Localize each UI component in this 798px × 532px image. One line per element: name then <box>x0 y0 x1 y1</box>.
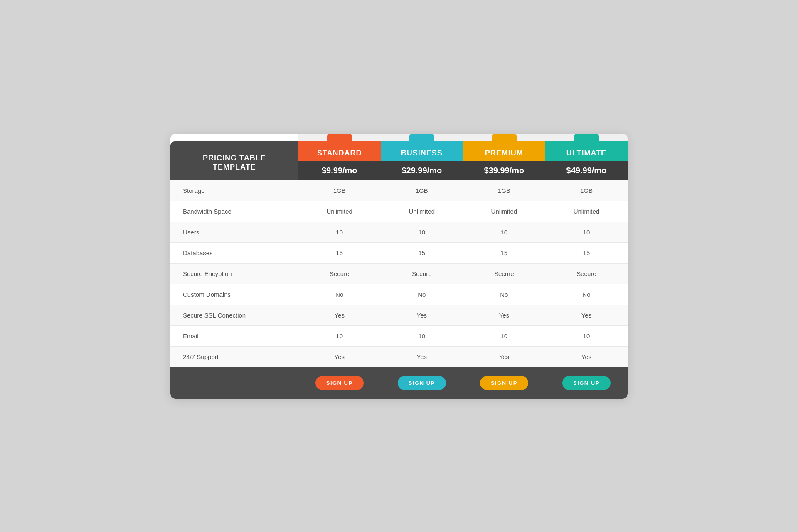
feature-value: 10 <box>545 222 628 242</box>
signup-button-standard[interactable]: SIGN UP <box>315 376 364 390</box>
feature-value: No <box>298 284 381 305</box>
feature-value: No <box>463 284 545 305</box>
feature-label: Users <box>170 222 298 242</box>
feature-value: 10 <box>381 325 463 346</box>
feature-value: Unlimited <box>463 201 545 222</box>
plan-name-ultimate: ULTIMATE <box>545 141 628 161</box>
feature-value: No <box>545 284 628 305</box>
tab-standard-indicator <box>327 134 352 141</box>
header-row: PRICING TABLE TEMPLATE STANDARD BUSINESS… <box>170 141 628 161</box>
feature-value: Yes <box>463 305 545 325</box>
feature-label: Custom Domains <box>170 284 298 305</box>
footer-label-cell <box>170 367 298 399</box>
feature-value: Yes <box>545 346 628 367</box>
feature-value: 10 <box>298 325 381 346</box>
tab-standard-cell <box>298 134 381 141</box>
feature-row: Storage1GB1GB1GB1GB <box>170 180 628 201</box>
feature-value: 1GB <box>545 180 628 201</box>
footer-premium: SIGN UP <box>463 367 545 399</box>
feature-value: 10 <box>545 325 628 346</box>
feature-value: Secure <box>298 263 381 284</box>
feature-value: 10 <box>381 222 463 242</box>
pricing-wrapper: PRICING TABLE TEMPLATE STANDARD BUSINESS… <box>170 134 628 399</box>
tab-ultimate-indicator <box>574 134 599 141</box>
feature-row: Bandwidth SpaceUnlimitedUnlimitedUnlimit… <box>170 201 628 222</box>
tab-label-cell <box>170 134 298 141</box>
feature-row: 24/7 SupportYesYesYesYes <box>170 346 628 367</box>
plan-name-premium: PREMIUM <box>463 141 545 161</box>
feature-value: Yes <box>463 346 545 367</box>
feature-value: Yes <box>545 305 628 325</box>
feature-row: Secure SSL ConectionYesYesYesYes <box>170 305 628 325</box>
signup-button-business[interactable]: SIGN UP <box>398 376 446 390</box>
feature-value: 15 <box>545 242 628 263</box>
feature-value: 1GB <box>298 180 381 201</box>
footer-ultimate: SIGN UP <box>545 367 628 399</box>
feature-value: 10 <box>463 222 545 242</box>
feature-value: Unlimited <box>298 201 381 222</box>
feature-row: Secure EncyptionSecureSecureSecureSecure <box>170 263 628 284</box>
feature-value: 1GB <box>463 180 545 201</box>
feature-value: Secure <box>463 263 545 284</box>
tab-business-cell <box>381 134 463 141</box>
price-standard: $9.99/mo <box>298 161 381 180</box>
feature-value: Yes <box>298 305 381 325</box>
signup-button-premium[interactable]: SIGN UP <box>480 376 528 390</box>
pricing-table: PRICING TABLE TEMPLATE STANDARD BUSINESS… <box>170 134 628 399</box>
feature-value: Unlimited <box>381 201 463 222</box>
feature-value: 10 <box>463 325 545 346</box>
feature-value: Yes <box>381 305 463 325</box>
footer-business: SIGN UP <box>381 367 463 399</box>
feature-value: Yes <box>298 346 381 367</box>
tab-business-indicator <box>409 134 434 141</box>
feature-label: Databases <box>170 242 298 263</box>
tab-ultimate-cell <box>545 134 628 141</box>
feature-value: No <box>381 284 463 305</box>
price-premium: $39.99/mo <box>463 161 545 180</box>
tab-premium-cell <box>463 134 545 141</box>
feature-label: Secure Encyption <box>170 263 298 284</box>
tab-row <box>170 134 628 141</box>
feature-label: 24/7 Support <box>170 346 298 367</box>
feature-value: Secure <box>545 263 628 284</box>
feature-value: 15 <box>463 242 545 263</box>
signup-button-ultimate[interactable]: SIGN UP <box>562 376 611 390</box>
feature-label: Secure SSL Conection <box>170 305 298 325</box>
price-ultimate: $49.99/mo <box>545 161 628 180</box>
feature-value: Secure <box>381 263 463 284</box>
feature-value: 1GB <box>381 180 463 201</box>
feature-value: 15 <box>298 242 381 263</box>
feature-label: Email <box>170 325 298 346</box>
price-business: $29.99/mo <box>381 161 463 180</box>
feature-row: Email10101010 <box>170 325 628 346</box>
feature-row: Custom DomainsNoNoNoNo <box>170 284 628 305</box>
plan-name-business: BUSINESS <box>381 141 463 161</box>
feature-value: Yes <box>381 346 463 367</box>
feature-row: Databases15151515 <box>170 242 628 263</box>
feature-tbody: Storage1GB1GB1GB1GBBandwidth SpaceUnlimi… <box>170 180 628 367</box>
feature-row: Users10101010 <box>170 222 628 242</box>
feature-value: Unlimited <box>545 201 628 222</box>
feature-label: Bandwidth Space <box>170 201 298 222</box>
footer-row: SIGN UP SIGN UP SIGN UP SIGN UP <box>170 367 628 399</box>
feature-value: 10 <box>298 222 381 242</box>
footer-standard: SIGN UP <box>298 367 381 399</box>
table-title: PRICING TABLE TEMPLATE <box>170 141 298 180</box>
tab-premium-indicator <box>492 134 517 141</box>
feature-label: Storage <box>170 180 298 201</box>
plan-name-standard: STANDARD <box>298 141 381 161</box>
feature-value: 15 <box>381 242 463 263</box>
